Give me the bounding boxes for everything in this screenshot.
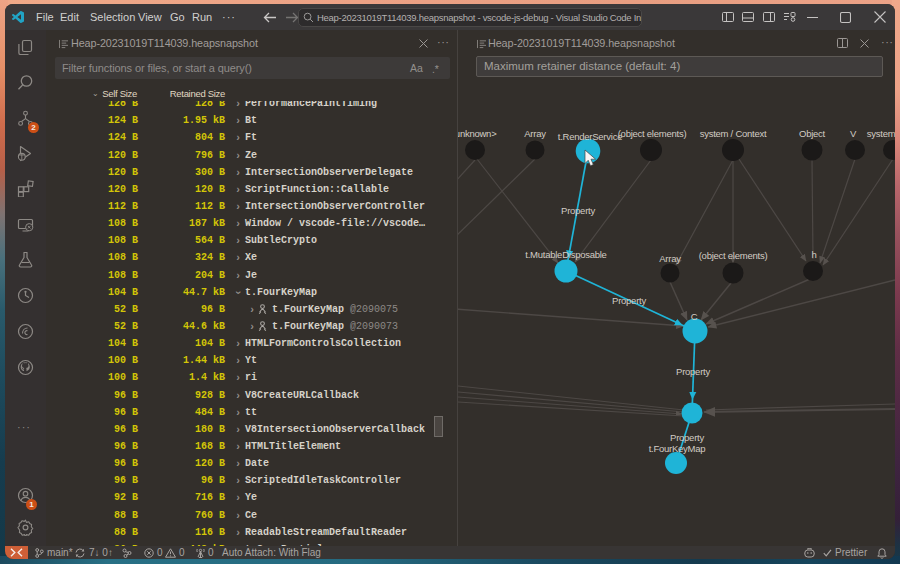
svg-text:t.FourKeyMap: t.FourKeyMap xyxy=(649,443,706,454)
svg-text:t.RenderService: t.RenderService xyxy=(558,131,622,142)
svg-text:(object elements): (object elements) xyxy=(618,128,687,139)
svg-text:Property: Property xyxy=(676,366,710,377)
svg-text:system / C: system / C xyxy=(867,128,895,139)
svg-text:V: V xyxy=(850,128,857,139)
svg-text:Property: Property xyxy=(612,295,646,306)
svg-text:Array: Array xyxy=(524,128,546,139)
svg-text:t.MutableDisposable: t.MutableDisposable xyxy=(525,249,606,260)
svg-text:<unknown>: <unknown> xyxy=(458,128,497,139)
svg-text:h: h xyxy=(811,249,816,260)
svg-text:(object elements): (object elements) xyxy=(699,250,768,261)
svg-text:system / Context: system / Context xyxy=(700,128,767,139)
svg-text:C: C xyxy=(691,311,698,322)
svg-text:Object: Object xyxy=(799,128,826,139)
svg-text:Property: Property xyxy=(561,205,595,216)
svg-text:Array: Array xyxy=(659,253,681,264)
svg-text:Property: Property xyxy=(670,432,704,443)
